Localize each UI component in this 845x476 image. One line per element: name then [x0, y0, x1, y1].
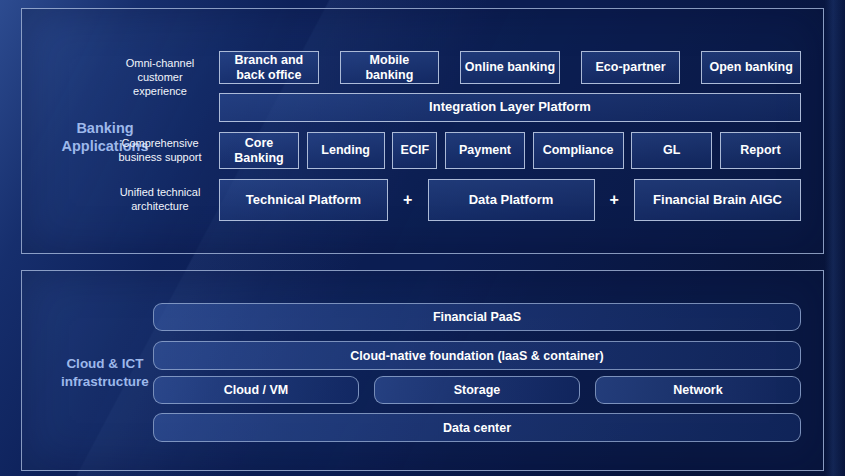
box-report: Report — [720, 132, 801, 169]
box-mobile-banking: Mobile banking — [340, 51, 440, 84]
box-core-banking: Core Banking — [219, 132, 299, 169]
foundation-row: Cloud-native foundation (IaaS & containe… — [153, 341, 801, 370]
box-compliance: Compliance — [533, 132, 624, 169]
label-unified-technical-architecture: Unified technical architecture — [106, 186, 214, 214]
plus-sign: + — [595, 179, 635, 221]
box-financial-paas: Financial PaaS — [153, 303, 801, 331]
box-network: Network — [595, 376, 801, 404]
box-integration-layer-platform: Integration Layer Platform — [219, 93, 801, 122]
plus-sign: + — [388, 179, 428, 221]
architecture-row: Technical Platform + Data Platform + Fin… — [219, 179, 801, 221]
banking-applications-panel: Banking Applications Omni-channel custom… — [21, 8, 824, 254]
box-data-center: Data center — [153, 413, 801, 442]
box-financial-brain-aigc: Financial Brain AIGC — [634, 179, 801, 221]
box-cloud-native-foundation: Cloud-native foundation (IaaS & containe… — [153, 341, 801, 370]
box-cloud-vm: Cloud / VM — [153, 376, 359, 404]
box-lending: Lending — [307, 132, 385, 169]
label-comprehensive-business-support: Comprehensive business support — [106, 137, 214, 165]
cloud-ict-infrastructure-panel: Cloud & ICT infrastructure Financial Paa… — [21, 270, 824, 471]
box-online-banking: Online banking — [460, 51, 560, 84]
resources-row: Cloud / VM Storage Network — [153, 376, 801, 404]
business-row: Core Banking Lending ECIF Payment Compli… — [219, 132, 801, 169]
label-omni-channel-customer-experience: Omni-channel customer experience — [106, 57, 214, 98]
box-technical-platform: Technical Platform — [219, 179, 388, 221]
box-open-banking: Open banking — [701, 51, 801, 84]
box-data-platform: Data Platform — [428, 179, 595, 221]
datacenter-row: Data center — [153, 413, 801, 442]
box-ecif: ECIF — [392, 132, 437, 169]
box-gl: GL — [631, 132, 712, 169]
box-eco-partner: Eco-partner — [581, 51, 681, 84]
paas-row: Financial PaaS — [153, 303, 801, 331]
box-payment: Payment — [445, 132, 525, 169]
channel-row: Branch and back office Mobile banking On… — [219, 51, 801, 84]
box-storage: Storage — [374, 376, 580, 404]
box-branch-and-back-office: Branch and back office — [219, 51, 319, 84]
integration-row: Integration Layer Platform — [219, 93, 801, 122]
banking-architecture-diagram: Banking Applications Omni-channel custom… — [0, 0, 845, 476]
